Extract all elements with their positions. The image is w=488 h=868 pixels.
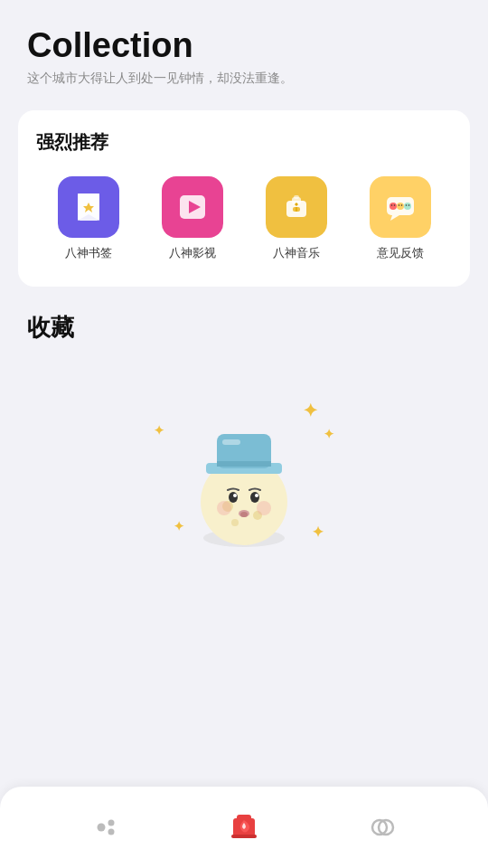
svg-point-33 [255, 494, 258, 497]
character-illustration: ✦ ✦ ✦ ✦ ✦ [145, 380, 343, 561]
svg-point-31 [250, 492, 259, 503]
recommend-card: 强烈推荐 八神书签 [18, 110, 470, 287]
nav-item-fire[interactable] [210, 804, 278, 851]
empty-state: ✦ ✦ ✦ ✦ ✦ [0, 371, 488, 570]
recommend-item-bookmark[interactable]: 八神书签 [58, 176, 119, 261]
home-nav-icon [89, 811, 122, 844]
music-icon-box [266, 176, 327, 238]
feedback-icon [383, 190, 418, 224]
svg-point-15 [390, 204, 392, 206]
svg-point-40 [108, 829, 114, 835]
video-icon-box [162, 176, 223, 238]
svg-rect-25 [217, 461, 271, 467]
svg-point-39 [108, 820, 114, 826]
recommend-title: 强烈推荐 [36, 130, 452, 155]
page-subtitle: 这个城市大得让人到处一见钟情，却没法重逢。 [27, 71, 461, 87]
nav-item-coins[interactable] [348, 804, 417, 851]
svg-point-16 [393, 204, 395, 206]
svg-point-12 [389, 203, 397, 210]
recommend-icons: 八神书签 八神影视 [36, 176, 452, 261]
sparkle-top-left: ✦ [154, 423, 164, 438]
svg-point-38 [97, 824, 105, 832]
svg-rect-43 [231, 835, 257, 838]
svg-point-19 [405, 204, 407, 206]
svg-point-36 [217, 501, 231, 515]
music-icon [279, 190, 314, 224]
svg-point-18 [400, 204, 402, 206]
svg-point-35 [240, 512, 248, 517]
collection-title: 收藏 [27, 312, 461, 344]
bottom-nav [0, 787, 488, 868]
svg-point-17 [398, 204, 399, 206]
recommend-item-feedback[interactable]: 意见反馈 [370, 176, 431, 261]
video-label: 八神影视 [169, 245, 216, 261]
svg-point-20 [408, 204, 409, 206]
nav-item-home[interactable] [71, 804, 140, 851]
svg-rect-26 [222, 439, 240, 445]
collection-section: 收藏 [0, 287, 488, 344]
svg-point-32 [233, 494, 237, 497]
svg-point-37 [257, 501, 271, 515]
music-label: 八神音乐 [273, 245, 320, 261]
recommend-item-music[interactable]: 八神音乐 [266, 176, 327, 261]
feedback-label: 意见反馈 [377, 245, 424, 261]
svg-rect-6 [294, 195, 299, 199]
svg-marker-11 [390, 215, 399, 221]
bookmark-icon-box [58, 176, 119, 238]
character-svg [172, 389, 316, 552]
sparkle-top-right2: ✦ [324, 427, 334, 441]
page-wrapper: Collection 这个城市大得让人到处一见钟情，却没法重逢。 强烈推荐 八神… [0, 0, 488, 868]
bookmark-label: 八神书签 [65, 245, 112, 261]
svg-point-13 [397, 203, 404, 210]
svg-point-29 [231, 519, 239, 526]
header: Collection 这个城市大得让人到处一见钟情，却没法重逢。 [0, 0, 488, 98]
svg-point-14 [404, 203, 411, 210]
coins-nav-icon [366, 811, 399, 844]
feedback-icon-box [370, 176, 431, 238]
recommend-item-video[interactable]: 八神影视 [162, 176, 223, 261]
page-title: Collection [27, 25, 461, 67]
bookmark-icon [71, 190, 106, 224]
svg-point-30 [229, 492, 238, 503]
fire-nav-icon [228, 811, 260, 844]
video-icon [175, 190, 210, 224]
